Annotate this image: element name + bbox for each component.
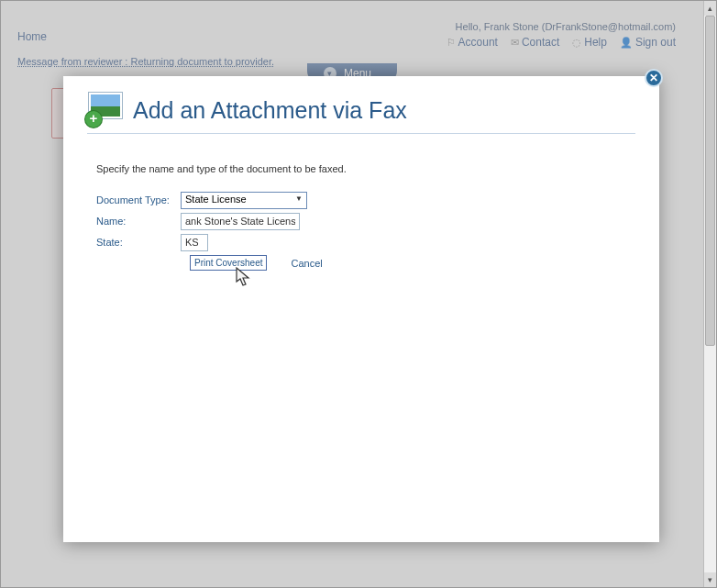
- document-type-value: State License: [185, 194, 247, 205]
- state-label: State:: [96, 237, 181, 248]
- print-coversheet-button[interactable]: Print Coversheet: [190, 255, 267, 271]
- name-input[interactable]: [181, 213, 300, 230]
- name-label: Name:: [96, 216, 181, 227]
- document-type-label: Document Type:: [96, 194, 181, 205]
- plus-icon: +: [85, 111, 102, 128]
- scrollbar-thumb[interactable]: [705, 16, 715, 346]
- modal-title: Add an Attachment via Fax: [133, 97, 407, 124]
- close-button[interactable]: ✕: [645, 69, 663, 87]
- vertical-scrollbar[interactable]: ▴ ▾: [703, 1, 716, 587]
- fax-attachment-modal: + Add an Attachment via Fax Specify the …: [63, 76, 659, 542]
- document-type-select[interactable]: State License: [181, 192, 307, 209]
- cancel-link[interactable]: Cancel: [291, 258, 322, 269]
- modal-header: + Add an Attachment via Fax: [87, 93, 635, 134]
- scroll-up-icon[interactable]: ▴: [704, 1, 716, 16]
- instruction-text: Specify the name and type of the documen…: [96, 163, 635, 174]
- form: Document Type: State License Name: State…: [96, 191, 635, 271]
- state-input[interactable]: [181, 234, 208, 251]
- close-icon: ✕: [649, 72, 658, 84]
- scroll-down-icon[interactable]: ▾: [704, 572, 716, 587]
- attachment-photo-icon: +: [87, 93, 124, 124]
